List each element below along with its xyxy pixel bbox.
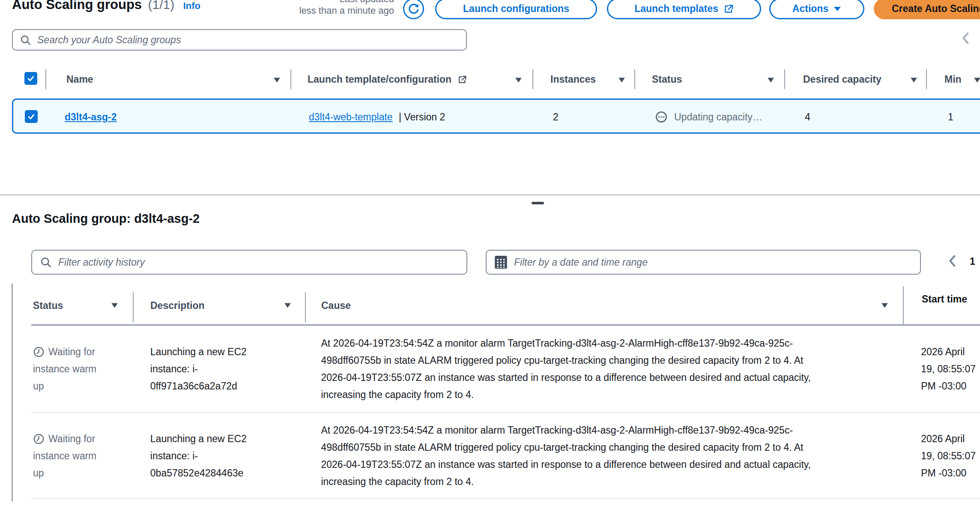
activity-description-cell: Launching a new EC2 instance: i-0ff971a3… — [150, 343, 281, 395]
column-divider — [133, 292, 134, 322]
auto-scaling-console: Auto Scaling groups (1/1) Info Last upda… — [0, 0, 980, 509]
activity-pagination-previous-icon[interactable] — [947, 254, 957, 269]
activity-row: Waiting for instance warm up Launching a… — [31, 325, 980, 412]
caret-down-icon — [834, 6, 841, 12]
status-filter-caret-icon[interactable] — [111, 302, 119, 308]
actions-button[interactable]: Actions — [769, 0, 864, 19]
activity-start-time-cell: 2026 April 19, 08:55:07 PM -03:00 — [921, 343, 980, 395]
external-link-icon — [457, 74, 467, 85]
description-filter-caret-icon[interactable] — [284, 302, 292, 308]
activity-status-cell: Waiting for instance warm up — [33, 343, 106, 395]
status-filter-caret-icon[interactable] — [767, 77, 775, 83]
last-updated: Last updated less than a minute ago — [266, 0, 394, 16]
page-counter: (1/1) — [148, 0, 175, 12]
launch-configurations-button[interactable]: Launch configurations — [435, 0, 597, 19]
create-auto-scaling-group-button[interactable]: Create Auto Scaling group — [874, 0, 980, 19]
column-launch-template: Launch template/configuration — [308, 74, 467, 85]
activity-row: Waiting for instance warm up Launching a… — [31, 413, 980, 498]
external-link-icon — [723, 4, 734, 14]
activity-status-cell: Waiting for instance warm up — [33, 430, 106, 482]
date-range-filter — [486, 250, 921, 275]
row-checkbox[interactable] — [25, 110, 38, 123]
activity-filter-input[interactable] — [58, 251, 466, 274]
date-range-filter-input[interactable] — [514, 251, 920, 274]
page-title: Auto Scaling groups — [12, 0, 142, 12]
select-all-checkbox[interactable] — [24, 72, 37, 85]
activity-filter — [31, 250, 467, 275]
activity-start-time-cell: 2026 April 19, 08:55:07 PM -03:00 — [921, 430, 980, 482]
search-icon — [20, 34, 31, 46]
column-name: Name — [66, 74, 93, 85]
create-label: Create Auto Scaling group — [892, 3, 980, 15]
column-divider — [532, 69, 533, 89]
refresh-icon — [407, 3, 420, 15]
status-value: Updating capacity… — [674, 111, 762, 123]
min-filter-caret-icon[interactable] — [973, 77, 980, 83]
column-status: Status — [33, 300, 63, 311]
activity-page-number[interactable]: 1 — [970, 256, 975, 267]
page-header: Auto Scaling groups (1/1) Info — [12, 0, 200, 12]
split-panel-drag-handle[interactable] — [532, 202, 544, 204]
calendar-icon — [494, 255, 508, 269]
search-input[interactable] — [37, 30, 466, 50]
column-divider — [634, 69, 635, 89]
groups-table-header: Name Launch template/configuration Insta… — [0, 69, 980, 94]
column-divider — [926, 69, 927, 89]
desired-capacity-value: 4 — [805, 111, 810, 123]
launch-template-column-label: Launch template/configuration — [308, 74, 451, 85]
column-status: Status — [652, 74, 682, 85]
activity-cause-cell: At 2026-04-19T23:54:54Z a monitor alarm … — [321, 335, 813, 403]
table-row[interactable]: d3lt4-asg-2 d3lt4-web-template | Version… — [12, 99, 980, 134]
launch-template-filter-caret-icon[interactable] — [514, 77, 523, 83]
column-divider — [290, 69, 291, 89]
activity-table-header: Status Description Cause Start time — [0, 283, 980, 324]
activity-cause-cell: At 2026-04-19T23:54:54Z a monitor alarm … — [321, 422, 813, 490]
pagination-previous-icon[interactable] — [961, 32, 970, 46]
name-filter-caret-icon[interactable] — [273, 77, 281, 83]
column-desired-capacity: Desired capacity — [803, 74, 881, 85]
column-divider — [784, 69, 785, 89]
split-panel-heading: Auto Scaling group: d3lt4-asg-2 — [12, 212, 200, 226]
refresh-button[interactable] — [403, 0, 424, 19]
launch-templates-button[interactable]: Launch templates — [607, 0, 761, 19]
last-updated-value: less than a minute ago — [266, 5, 394, 16]
info-link[interactable]: Info — [183, 0, 200, 11]
pending-clock-icon — [33, 433, 45, 445]
column-divider — [45, 69, 46, 89]
row-separator — [31, 498, 980, 499]
column-divider — [305, 292, 306, 322]
pending-clock-icon — [33, 346, 45, 358]
activity-description-cell: Launching a new EC2 instance: i-0ba57852… — [150, 430, 281, 482]
column-cause: Cause — [321, 300, 351, 311]
column-divider — [903, 286, 904, 326]
min-value: 1 — [948, 111, 953, 123]
desired-capacity-filter-caret-icon[interactable] — [910, 77, 918, 83]
column-instances: Instances — [550, 74, 596, 85]
column-description: Description — [150, 300, 205, 311]
asg-name-link[interactable]: d3lt4-asg-2 — [65, 111, 117, 123]
column-min: Min — [944, 74, 962, 85]
instances-filter-caret-icon[interactable] — [618, 77, 626, 83]
actions-label: Actions — [792, 3, 828, 15]
last-updated-label: Last updated — [266, 0, 394, 5]
cause-filter-caret-icon[interactable] — [881, 302, 889, 308]
column-start-time: Start time — [922, 291, 973, 307]
launch-template-version: | Version 2 — [399, 111, 445, 123]
search-icon — [40, 256, 52, 268]
panel-divider — [0, 195, 980, 195]
launch-configurations-label: Launch configurations — [463, 3, 569, 15]
launch-templates-label: Launch templates — [634, 3, 718, 15]
launch-template-link[interactable]: d3lt4-web-template — [309, 111, 393, 123]
asg-search — [12, 29, 467, 51]
status-in-progress-icon — [655, 111, 668, 123]
instances-value: 2 — [553, 111, 559, 123]
